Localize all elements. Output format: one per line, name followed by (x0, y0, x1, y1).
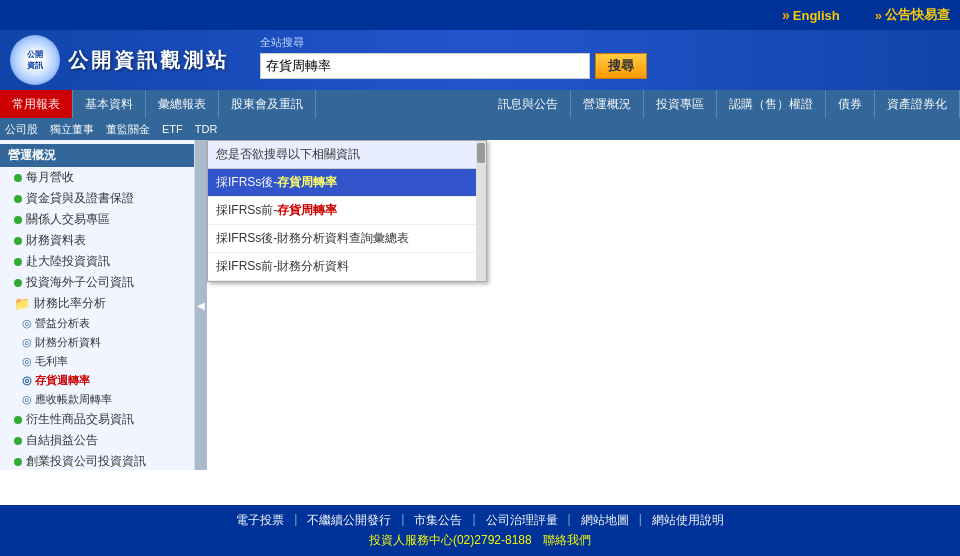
bullet-icon: ◎ (22, 393, 32, 405)
collapse-icon: ◀ (197, 300, 205, 311)
sidebar-item-receivable-turnover[interactable]: ◎應收帳款周轉率 (0, 390, 194, 409)
sub-nav-company-stock[interactable]: 公司股 (5, 122, 38, 137)
sidebar-section-label: 營運概況 (8, 148, 56, 162)
sidebar-item-financial-table[interactable]: 財務資料表 (0, 230, 194, 251)
english-link[interactable]: English (782, 7, 840, 23)
bullet-icon: ◎ (22, 317, 32, 329)
footer: 電子投票 | 不繼續公開發行 | 市集公告 | 公司治理評量 | 網站地圖 | … (0, 505, 960, 556)
search-label: 全站搜尋 (260, 35, 647, 50)
sidebar-item-profit-analysis[interactable]: ◎營益分析表 (0, 314, 194, 333)
sub-nav-independent-director[interactable]: 獨立董事 (50, 122, 94, 137)
sidebar-item-china-invest[interactable]: 赴大陸投資資訊 (0, 251, 194, 272)
footer-link-sitemap[interactable]: 網站地圖 (581, 512, 629, 529)
dot-icon (14, 458, 22, 466)
autocomplete-item-2[interactable]: 採IFRSs後-財務分析資料查詢彙總表 (208, 225, 486, 253)
bullet-icon: ◎ (22, 355, 32, 367)
autocomplete-item-3[interactable]: 採IFRSs前-財務分析資料 (208, 253, 486, 281)
autocomplete-item-0[interactable]: 採IFRSs後-存貨周轉率 (208, 169, 486, 197)
sidebar-item-monthly-revenue[interactable]: 每月營收 (0, 167, 194, 188)
autocomplete-scrollbar[interactable] (476, 141, 486, 281)
footer-contact-link[interactable]: 聯絡我們 (543, 533, 591, 547)
search-input[interactable] (260, 53, 590, 79)
footer-link-usage[interactable]: 網站使用說明 (652, 512, 724, 529)
tab-common-reports[interactable]: 常用報表 (0, 90, 73, 118)
sidebar-section-operations: 營運概況 每月營收 資金貸與及證書保證 關係人交易專區 財務資料表 赴大陸 (0, 140, 194, 470)
header-main: 公開資訊 公開資訊觀測站 全站搜尋 搜尋 (0, 30, 960, 90)
sub-nav-tdr[interactable]: TDR (195, 123, 218, 135)
tab-operations[interactable]: 營運概況 (571, 90, 644, 118)
sidebar-item-gross-margin[interactable]: ◎毛利率 (0, 352, 194, 371)
nav-tabs: 常用報表 基本資料 彙總報表 股東會及重訊 訊息與公告 營運概況 投資專區 認購… (0, 90, 960, 118)
sidebar-item-financial-analysis-data[interactable]: ◎財務分析資料 (0, 333, 194, 352)
sidebar-item-venture[interactable]: 創業投資公司投資資訊 (0, 451, 194, 470)
sidebar-collapse-btn[interactable]: ◀ (195, 140, 207, 470)
footer-link-market[interactable]: 市集公告 (414, 512, 462, 529)
logo-icon: 公開資訊 (10, 35, 60, 85)
sidebar-item-inventory-turnover[interactable]: ◎存貨週轉率 (0, 371, 194, 390)
autocomplete-item-1[interactable]: 採IFRSs前-存貨周轉率 (208, 197, 486, 225)
footer-phone: 投資人服務中心(02)2792-8188 聯絡我們 (0, 532, 960, 552)
search-row: 搜尋 (260, 53, 647, 79)
folder-icon: 📁 (14, 296, 30, 311)
search-button[interactable]: 搜尋 (595, 53, 647, 79)
logo-wrap: 公開資訊 公開資訊觀測站 (10, 35, 229, 85)
dot-icon (14, 195, 22, 203)
tab-bonds[interactable]: 債券 (826, 90, 875, 118)
english-label: English (793, 8, 840, 23)
sidebar-item-related-party[interactable]: 關係人交易專區 (0, 209, 194, 230)
dot-icon (14, 216, 22, 224)
sidebar-section-title: 營運概況 (0, 144, 194, 167)
tab-news[interactable]: 訊息與公告 (486, 90, 571, 118)
footer-link-no-public[interactable]: 不繼續公開發行 (307, 512, 391, 529)
bullet-icon: ◎ (22, 336, 32, 348)
sub-nav-bar: 公司股 獨立董事 董監關金 ETF TDR (0, 118, 960, 140)
sidebar-item-financial-ratio[interactable]: 📁 財務比率分析 (0, 293, 194, 314)
tab-basic-info[interactable]: 基本資料 (73, 90, 146, 118)
sub-nav-etf[interactable]: ETF (162, 123, 183, 135)
tab-securitization[interactable]: 資產證券化 (875, 90, 960, 118)
logo-text: 公開資訊觀測站 (68, 47, 229, 74)
tab-shareholder[interactable]: 股東會及重訊 (219, 90, 316, 118)
sidebar-item-self-profit[interactable]: 自結損益公告 (0, 430, 194, 451)
autocomplete-dropdown: 您是否欲搜尋以下相關資訊 採IFRSs後-存貨周轉率 採IFRSs前-存貨周轉率… (207, 140, 487, 282)
main-layout: 營運概況 每月營收 資金貸與及證書保證 關係人交易專區 財務資料表 赴大陸 (0, 140, 960, 470)
tab-warrants[interactable]: 認購（售）權證 (717, 90, 826, 118)
footer-link-governance[interactable]: 公司治理評量 (486, 512, 558, 529)
sub-nav-board-fund[interactable]: 董監關金 (106, 122, 150, 137)
dot-icon (14, 416, 22, 424)
quick-label: 公告快易查 (885, 6, 950, 24)
sidebar-item-derivatives[interactable]: 衍生性商品交易資訊 (0, 409, 194, 430)
header-top-bar: English 公告快易查 (0, 0, 960, 30)
footer-link-evote[interactable]: 電子投票 (236, 512, 284, 529)
tab-investment[interactable]: 投資專區 (644, 90, 717, 118)
scrollbar-thumb (477, 143, 485, 163)
dot-icon (14, 174, 22, 182)
dot-icon (14, 258, 22, 266)
dot-icon (14, 437, 22, 445)
footer-links: 電子投票 | 不繼續公開發行 | 市集公告 | 公司治理評量 | 網站地圖 | … (0, 509, 960, 532)
sidebar-item-overseas-invest[interactable]: 投資海外子公司資訊 (0, 272, 194, 293)
dot-icon (14, 279, 22, 287)
search-container: 全站搜尋 搜尋 (260, 35, 647, 79)
sidebar-item-fund-loan[interactable]: 資金貸與及證書保證 (0, 188, 194, 209)
quick-link[interactable]: 公告快易查 (875, 6, 950, 24)
bullet-icon: ◎ (22, 374, 32, 386)
dot-icon (14, 237, 22, 245)
sidebar: 營運概況 每月營收 資金貸與及證書保證 關係人交易專區 財務資料表 赴大陸 (0, 140, 195, 470)
autocomplete-hint: 您是否欲搜尋以下相關資訊 (208, 141, 486, 169)
tab-summary-reports[interactable]: 彙總報表 (146, 90, 219, 118)
